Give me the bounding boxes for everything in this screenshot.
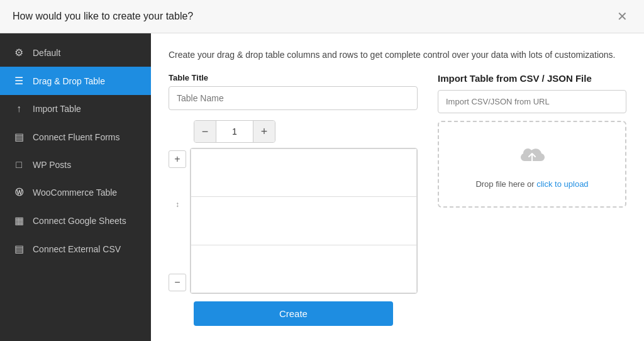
sidebar-item-default[interactable]: ⚙ Default [0, 38, 151, 67]
content-row: Table Title − + + ↕ [169, 73, 626, 326]
create-button[interactable]: Create [194, 301, 393, 326]
modal-header: How would you like to create your table?… [0, 0, 644, 33]
table-cell [191, 245, 417, 293]
sidebar-item-external-csv[interactable]: ▤ Connect External CSV [0, 235, 151, 263]
right-panel: Import Table from CSV / JSON File Drop f… [438, 73, 626, 326]
gear-icon: ⚙ [13, 47, 25, 59]
sidebar-item-label: Connect External CSV [33, 244, 121, 254]
sidebar-item-fluent-forms[interactable]: ▤ Connect Fluent Forms [0, 123, 151, 151]
table-row [191, 197, 417, 245]
stepper-minus-button[interactable]: − [194, 121, 216, 142]
upload-icon: ↑ [13, 103, 25, 115]
sidebar-item-label: Default [33, 48, 60, 58]
table-title-label: Table Title [169, 73, 418, 82]
sheets-icon: ▦ [13, 215, 25, 226]
grid-row-controls: + ↕ − [169, 148, 186, 294]
sidebar-item-label: WooCommerce Table [33, 187, 117, 198]
table-row [191, 245, 417, 293]
sidebar-item-wp-posts[interactable]: □ WP Posts [0, 151, 151, 179]
sidebar-item-label: WP Posts [33, 160, 71, 170]
sidebar-item-label: Connect Google Sheets [33, 216, 126, 226]
sidebar-item-woocommerce[interactable]: Ⓦ WooCommerce Table [0, 179, 151, 206]
sidebar-item-label: Connect Fluent Forms [33, 132, 120, 142]
csv-icon: ▤ [13, 243, 25, 255]
sidebar-item-import-table[interactable]: ↑ Import Table [0, 95, 151, 123]
click-to-upload-link[interactable]: click to upload [536, 179, 588, 189]
create-table-modal: How would you like to create your table?… [0, 0, 644, 341]
sidebar-item-label: Import Table [33, 104, 81, 114]
grid-table-area [190, 148, 418, 294]
table-title-input[interactable] [169, 86, 418, 110]
remove-row-button[interactable]: − [169, 274, 186, 291]
close-button[interactable]: ✕ [613, 9, 631, 24]
sidebar-item-label: Drag & Drop Table [33, 76, 105, 86]
table-row [191, 149, 417, 197]
table-cell [191, 197, 417, 245]
sidebar-item-google-sheets[interactable]: ▦ Connect Google Sheets [0, 206, 151, 235]
left-panel: Table Title − + + ↕ [169, 73, 418, 326]
sidebar: ⚙ Default ☰ Drag & Drop Table ↑ Import T… [0, 33, 151, 341]
main-content: Create your drag & drop table columns an… [151, 33, 644, 341]
drop-zone[interactable]: Drop file here or click to upload [438, 121, 626, 208]
add-row-button[interactable]: + [169, 150, 186, 168]
table-cell [191, 149, 417, 197]
grid-wrapper: + ↕ − [169, 148, 418, 294]
row-arrow: ↕ [175, 200, 179, 209]
modal-body: ⚙ Default ☰ Drag & Drop Table ↑ Import T… [0, 33, 644, 341]
drag-drop-icon: ☰ [13, 75, 25, 87]
stepper-plus-button[interactable]: + [253, 121, 275, 142]
column-stepper: − + [194, 120, 275, 143]
cloud-upload-icon [516, 140, 548, 173]
grid-table [191, 148, 417, 293]
url-input[interactable] [438, 90, 626, 113]
stepper-value-input[interactable] [216, 121, 253, 142]
column-stepper-row: − + [169, 120, 418, 143]
woo-icon: Ⓦ [13, 187, 25, 198]
sidebar-item-drag-drop[interactable]: ☰ Drag & Drop Table [0, 67, 151, 95]
form-icon: ▤ [13, 131, 25, 143]
drop-text: Drop file here or click to upload [475, 179, 588, 189]
posts-icon: □ [13, 159, 25, 170]
import-title: Import Table from CSV / JSON File [438, 73, 626, 84]
main-description: Create your drag & drop table columns an… [169, 48, 626, 62]
modal-title: How would you like to create your table? [13, 11, 193, 22]
